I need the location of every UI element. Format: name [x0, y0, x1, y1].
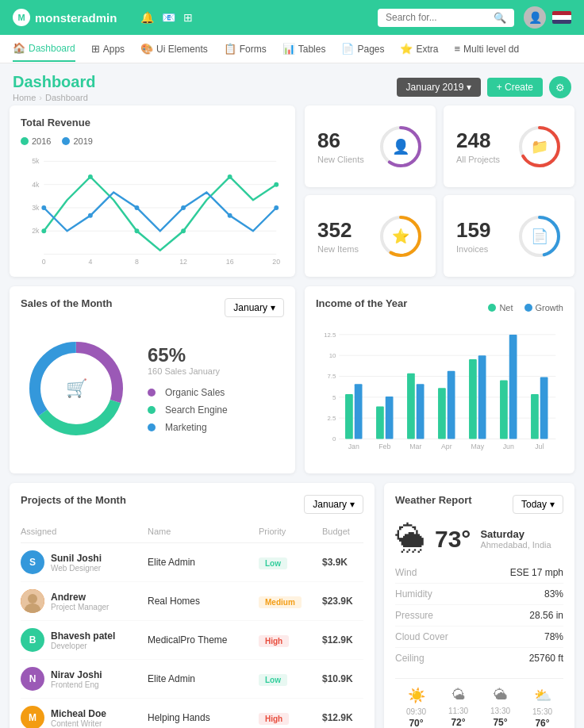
sales-percent: 65% — [148, 344, 228, 366]
menu-dashboard[interactable]: 🏠 Dashboard — [13, 36, 75, 62]
forecast-icon-0930: ☀️ — [406, 687, 426, 704]
stat-value-items: 352 — [317, 218, 359, 243]
forms-icon: 📋 — [224, 43, 236, 55]
weather-header: Weather Report Today ▾ — [395, 494, 563, 514]
search-box[interactable]: 🔍 — [378, 9, 514, 27]
forecast-0930: ☀️ 09:30 70° — [406, 687, 426, 728]
income-title: Income of the Year — [316, 297, 407, 309]
forecast-1130: 🌤 11:30 72° — [448, 687, 468, 728]
svg-rect-62 — [509, 335, 517, 439]
dot-marketing — [148, 423, 156, 431]
messages-icon[interactable]: 📧 — [162, 11, 175, 24]
topnav-right: 👤 — [524, 6, 571, 29]
svg-rect-60 — [478, 355, 486, 439]
svg-rect-63 — [531, 394, 539, 439]
menu-extra[interactable]: ⭐ Extra — [400, 36, 438, 61]
svg-text:4k: 4k — [32, 181, 40, 189]
svg-rect-57 — [438, 388, 446, 439]
table-row: B Bhavesh patel Developer MedicalPro The… — [21, 621, 363, 660]
sales-header: Sales of the Month January ▾ — [21, 297, 284, 317]
weather-cloud: Cloud Cover 78% — [395, 631, 563, 648]
weather-period-dropdown[interactable]: Today ▾ — [513, 495, 563, 514]
brand-logo[interactable]: M monsteradmin — [13, 9, 117, 26]
menubar: 🏠 Dashboard ⊞ Apps 🎨 Ui Elements 📋 Forms… — [0, 35, 584, 63]
menu-pages[interactable]: 📄 Pages — [341, 36, 384, 61]
svg-text:2k: 2k — [32, 227, 40, 235]
user-avatar[interactable]: 👤 — [524, 6, 546, 29]
person-cell: Andrew Project Manager — [21, 589, 148, 613]
income-chart: 12.5 10 7.5 5 2.5 0 — [316, 325, 563, 460]
notification-icon[interactable]: 🔔 — [140, 11, 154, 24]
person-cell: B Bhavesh patel Developer — [21, 628, 148, 652]
svg-text:8: 8 — [135, 258, 139, 266]
stat-icon-projects: 📁 — [517, 125, 562, 169]
budget-cell: $23.9K — [322, 596, 386, 607]
priority-cell: Low — [259, 557, 322, 569]
grid-icon[interactable]: ⊞ — [183, 11, 193, 24]
sales-donut-area: 🛒 65% 160 Sales January Organic Sales Se… — [21, 325, 284, 452]
svg-point-21 — [41, 205, 46, 210]
language-flag[interactable] — [552, 11, 571, 24]
settings-button[interactable]: ⚙ — [549, 76, 571, 98]
svg-text:0: 0 — [332, 435, 336, 443]
dot-organic — [148, 389, 156, 397]
project-name-cell: Real Homes — [148, 596, 259, 607]
menu-forms[interactable]: 📋 Forms — [224, 36, 267, 61]
donut-chart: 🛒 — [21, 333, 132, 444]
weather-title: Weather Report — [395, 494, 472, 506]
dashboard-icon: 🏠 — [13, 42, 25, 54]
sales-title: Sales of the Month — [21, 297, 113, 309]
dot-growth — [524, 304, 532, 312]
search-icon: 🔍 — [494, 12, 506, 24]
budget-cell: $10.9K — [322, 673, 386, 684]
dot-net — [488, 304, 496, 312]
svg-text:7.5: 7.5 — [328, 373, 337, 380]
project-name-cell: Elite Admin — [148, 557, 259, 568]
menu-tables[interactable]: 📊 Tables — [282, 36, 326, 61]
forecast-icon-1530: ⛅ — [532, 687, 552, 704]
weather-temp: 73° — [435, 526, 471, 552]
chevron-down-icon: ▾ — [271, 302, 275, 313]
legend-dot-2019 — [62, 137, 70, 145]
legend-search: Search Engine — [148, 404, 228, 416]
revenue-legend: 2016 2019 — [21, 136, 284, 146]
stat-invoices: 159 Invoices 📄 — [444, 195, 574, 277]
svg-point-25 — [228, 213, 232, 218]
sales-month-dropdown[interactable]: January ▾ — [225, 298, 284, 317]
avatar: M — [21, 706, 44, 728]
legend-2019: 2019 — [62, 136, 92, 146]
stat-icon-clients: 👤 — [378, 125, 423, 169]
breadcrumb: Home › Dashboard — [13, 93, 95, 102]
budget-cell: $12.9K — [322, 634, 386, 646]
weather-wind: Wind ESE 17 mph — [395, 567, 563, 584]
svg-rect-64 — [540, 377, 548, 439]
svg-text:16: 16 — [226, 258, 234, 266]
svg-rect-54 — [386, 397, 394, 439]
table-row: Andrew Project Manager Real Homes Medium… — [21, 582, 363, 621]
svg-text:5k: 5k — [32, 157, 40, 165]
svg-point-22 — [88, 213, 93, 218]
stat-value-invoices: 159 — [456, 218, 490, 243]
projects-title: Projects of the Month — [21, 494, 126, 506]
svg-text:Jun: Jun — [503, 443, 514, 450]
month-picker-button[interactable]: January 2019 ▾ — [397, 78, 481, 97]
svg-point-18 — [181, 228, 186, 233]
person-cell: M Micheal Doe Content Writer — [21, 706, 148, 728]
svg-text:20: 20 — [272, 258, 280, 266]
forecast-icon-1130: 🌤 — [448, 687, 468, 703]
table-header: Assigned Name Priority Budget — [21, 523, 363, 543]
svg-rect-52 — [355, 384, 363, 439]
table-row: S Sunil Joshi Web Designer Elite Admin L… — [21, 543, 363, 582]
topnav-icons: 🔔 📧 ⊞ — [140, 11, 193, 24]
person-cell: N Nirav Joshi Frontend Eng — [21, 667, 148, 691]
create-button[interactable]: + Create — [487, 78, 543, 97]
apps-icon: ⊞ — [91, 43, 100, 55]
menu-multilevel[interactable]: ≡ Multi level dd — [455, 36, 520, 61]
menu-ui-elements[interactable]: 🎨 Ui Elements — [140, 36, 208, 61]
projects-month-dropdown[interactable]: January ▾ — [304, 495, 363, 514]
svg-point-17 — [135, 228, 140, 233]
svg-rect-55 — [407, 374, 415, 439]
search-input[interactable] — [386, 12, 489, 23]
budget-cell: $12.9K — [322, 712, 386, 723]
menu-apps[interactable]: ⊞ Apps — [91, 36, 125, 61]
